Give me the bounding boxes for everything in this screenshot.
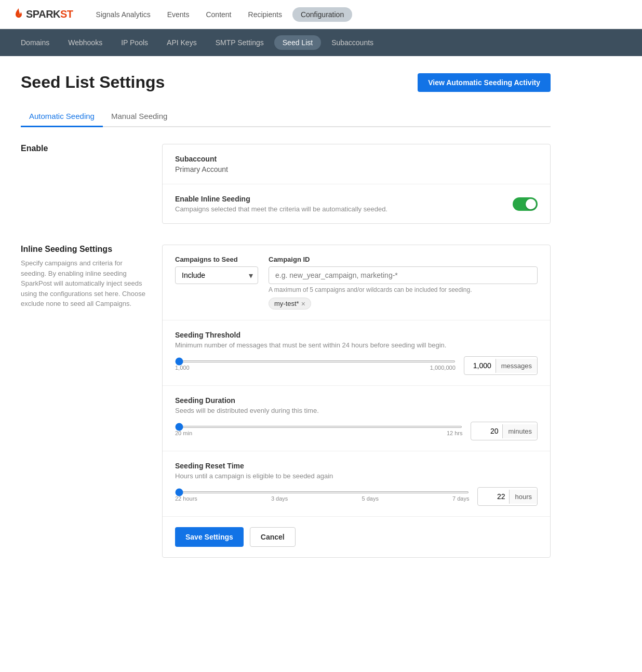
view-activity-button[interactable]: View Automatic Seeding Activity [418, 73, 551, 92]
enable-section-content: Subaccount Primary Account Enable Inline… [162, 144, 551, 224]
inline-seeding-content: Campaigns to Seed Include Exclude ▾ Camp… [162, 245, 551, 558]
enable-section-label: Enable [21, 144, 145, 224]
nav-recipients[interactable]: Recipients [242, 7, 288, 22]
seeding-threshold-value-box: messages [464, 356, 538, 375]
seeding-reset-time-value-box: hours [477, 487, 538, 506]
nav-events[interactable]: Events [161, 7, 196, 22]
campaign-tags: my-test* × [269, 298, 538, 310]
seeding-threshold-slider[interactable] [175, 360, 456, 362]
seeding-threshold-input[interactable] [464, 358, 496, 373]
seeding-duration-row: Seeding Duration Seeds will be distribut… [163, 386, 550, 451]
subaccount-row: Subaccount Primary Account [163, 144, 550, 184]
seeding-duration-input[interactable] [471, 424, 502, 438]
page-title: Seed List Settings [21, 73, 165, 92]
subnav-smtp-settings[interactable]: SMTP Settings [207, 35, 272, 50]
inline-seeding-toggle-row: Enable Inline Seeding Campaigns selected… [163, 184, 550, 223]
save-row: Save Settings Cancel [163, 517, 550, 557]
top-nav: SPARKST Signals Analytics Events Content… [0, 0, 642, 29]
cancel-button[interactable]: Cancel [250, 527, 296, 547]
seeding-reset-time-row: Seeding Reset Time Hours until a campaig… [163, 451, 550, 517]
subnav-ip-pools[interactable]: IP Pools [113, 35, 156, 50]
campaign-seed-row: Campaigns to Seed Include Exclude ▾ Camp… [163, 245, 550, 320]
nav-signals-analytics[interactable]: Signals Analytics [90, 7, 157, 22]
tag-close-icon[interactable]: × [301, 300, 305, 307]
enable-section: Enable Subaccount Primary Account Enable… [21, 144, 551, 224]
subnav-subaccounts[interactable]: Subaccounts [323, 35, 382, 50]
subnav-seed-list[interactable]: Seed List [274, 35, 321, 50]
save-button[interactable]: Save Settings [175, 527, 244, 547]
tab-automatic-seeding[interactable]: Automatic Seeding [21, 106, 103, 127]
subnav-webhooks[interactable]: Webhooks [60, 35, 111, 50]
top-nav-links: Signals Analytics Events Content Recipie… [90, 7, 353, 22]
logo-text: SPARKST [26, 8, 73, 20]
subnav-domains[interactable]: Domains [12, 35, 58, 50]
campaigns-to-seed-select[interactable]: Include Exclude [175, 266, 258, 284]
nav-content[interactable]: Content [199, 7, 237, 22]
seeding-duration-value-box: minutes [471, 422, 538, 440]
seeding-reset-time-input[interactable] [478, 489, 509, 504]
subnav-api-keys[interactable]: API Keys [158, 35, 205, 50]
inline-seeding-label: Inline Seeding Settings Specify campaign… [21, 245, 145, 558]
inline-seeding-toggle[interactable] [513, 197, 538, 211]
sub-nav: Domains Webhooks IP Pools API Keys SMTP … [0, 29, 642, 56]
inline-seeding-section: Inline Seeding Settings Specify campaign… [21, 245, 551, 558]
tabs: Automatic Seeding Manual Seeding [21, 106, 551, 127]
page-content: Seed List Settings View Automatic Seedin… [0, 56, 571, 595]
campaign-id-field: Campaign ID A maximum of 5 campaigns and… [269, 256, 538, 310]
tab-manual-seeding[interactable]: Manual Seeding [103, 106, 176, 127]
seeding-threshold-row: Seeding Threshold Minimum number of mess… [163, 320, 550, 386]
campaign-tag: my-test* × [269, 298, 311, 310]
flame-icon [12, 7, 25, 22]
seeding-reset-time-slider[interactable] [175, 491, 469, 493]
campaigns-to-seed-field: Campaigns to Seed Include Exclude ▾ [175, 256, 258, 284]
page-header: Seed List Settings View Automatic Seedin… [21, 73, 551, 92]
nav-configuration[interactable]: Configuration [292, 7, 352, 22]
seeding-duration-slider[interactable] [175, 426, 462, 428]
logo: SPARKST [12, 7, 73, 22]
campaign-id-input[interactable] [269, 266, 538, 284]
